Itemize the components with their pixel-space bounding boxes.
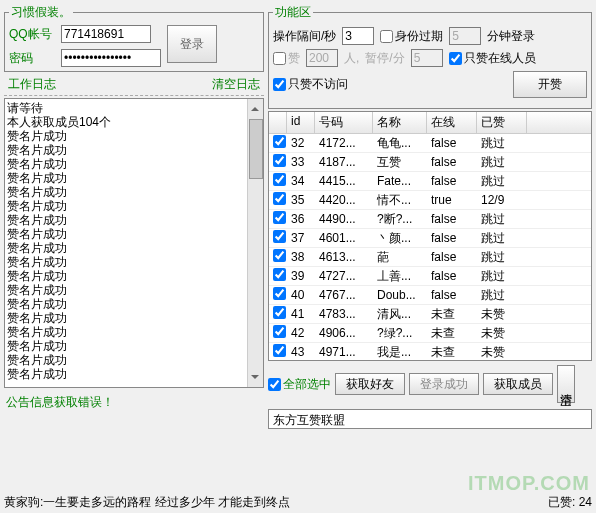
cell-name: 丄善...: [373, 268, 427, 285]
only-online-checkbox[interactable]: [449, 52, 462, 65]
member-table: id 号码 名称 在线 已赞 324172...龟龟...false跳过3341…: [268, 111, 592, 361]
cell-liked: 跳过: [477, 230, 527, 247]
th-online[interactable]: 在线: [427, 112, 477, 133]
row-checkbox[interactable]: [273, 192, 286, 205]
function-fieldset: 功能区 操作隔间/秒 身份过期 分钟登录 赞 人, 暂停/分 只赞在线人员 只赞…: [268, 4, 592, 109]
cell-id: 33: [287, 155, 315, 169]
log-line: 赞名片成功: [7, 213, 261, 227]
cell-name: Fate...: [373, 174, 427, 188]
cell-online: 未查: [427, 325, 477, 342]
min-login-label: 分钟登录: [487, 28, 535, 45]
log-title: 工作日志: [8, 76, 56, 93]
clear-log-button[interactable]: 清空日志: [212, 76, 260, 93]
th-id[interactable]: id: [287, 112, 315, 133]
cell-num: 4415...: [315, 174, 373, 188]
table-row[interactable]: 384613...葩false跳过: [269, 248, 591, 267]
like-checkbox[interactable]: [273, 52, 286, 65]
table-row[interactable]: 374601...丶颜...false跳过: [269, 229, 591, 248]
log-line: 赞名片成功: [7, 157, 261, 171]
watermark: ITMOP.COM: [468, 472, 590, 495]
table-row[interactable]: 394727...丄善...false跳过: [269, 267, 591, 286]
cell-name: 清风...: [373, 306, 427, 323]
pw-label: 密码: [9, 50, 57, 67]
cell-liked: 未赞: [477, 325, 527, 342]
cell-online: false: [427, 269, 477, 283]
row-checkbox[interactable]: [273, 230, 286, 243]
row-checkbox[interactable]: [273, 173, 286, 186]
login-button[interactable]: 登录: [167, 25, 217, 63]
log-box: 请等待本人获取成员104个赞名片成功赞名片成功赞名片成功赞名片成功赞名片成功赞名…: [4, 98, 264, 388]
log-line: 赞名片成功: [7, 353, 261, 367]
select-all-label: 全部选中: [283, 376, 331, 393]
group-name-input[interactable]: 东方互赞联盟: [268, 409, 592, 429]
footer-liked: 已赞: 24: [548, 494, 592, 511]
cell-id: 42: [287, 326, 315, 340]
log-line: 赞名片成功: [7, 255, 261, 269]
like-count-input: [306, 49, 338, 67]
th-num[interactable]: 号码: [315, 112, 373, 133]
cell-name: 我是...: [373, 344, 427, 361]
cell-num: 4187...: [315, 155, 373, 169]
select-all-checkbox[interactable]: [268, 378, 281, 391]
log-line: 赞名片成功: [7, 199, 261, 213]
table-row[interactable]: 424906...?绿?...未查未赞: [269, 324, 591, 343]
row-checkbox[interactable]: [273, 325, 286, 338]
cell-num: 4783...: [315, 307, 373, 321]
cell-id: 37: [287, 231, 315, 245]
function-legend: 功能区: [273, 4, 313, 21]
row-checkbox[interactable]: [273, 135, 286, 148]
log-line: 赞名片成功: [7, 297, 261, 311]
row-checkbox[interactable]: [273, 154, 286, 167]
cell-id: 39: [287, 269, 315, 283]
log-line: 赞名片成功: [7, 325, 261, 339]
table-row[interactable]: 344415...Fate...false跳过: [269, 172, 591, 191]
row-checkbox[interactable]: [273, 268, 286, 281]
interval-input[interactable]: [342, 27, 374, 45]
row-checkbox[interactable]: [273, 211, 286, 224]
th-liked[interactable]: 已赞: [477, 112, 527, 133]
cell-num: 4613...: [315, 250, 373, 264]
cell-name: 龟龟...: [373, 135, 427, 152]
log-line: 赞名片成功: [7, 129, 261, 143]
log-line: 赞名片成功: [7, 185, 261, 199]
table-row[interactable]: 364490...?断?...false跳过: [269, 210, 591, 229]
table-row[interactable]: 414783...清风...未查未赞: [269, 305, 591, 324]
log-scrollbar[interactable]: [247, 99, 263, 387]
login-success-button[interactable]: 登录成功: [409, 373, 479, 395]
cell-name: ?绿?...: [373, 325, 427, 342]
only-like-checkbox[interactable]: [273, 78, 286, 91]
get-friends-button[interactable]: 获取好友: [335, 373, 405, 395]
qq-input[interactable]: [61, 25, 151, 43]
pw-input[interactable]: [61, 49, 161, 67]
log-line: 赞名片成功: [7, 227, 261, 241]
table-row[interactable]: 334187...互赞false跳过: [269, 153, 591, 172]
footer-quote: 黄家驹:一生要走多远的路程 经过多少年 才能走到终点: [4, 494, 290, 511]
table-row[interactable]: 324172...龟龟...false跳过: [269, 134, 591, 153]
table-row[interactable]: 404767...Doub...false跳过: [269, 286, 591, 305]
identity-input[interactable]: [449, 27, 481, 45]
table-header: id 号码 名称 在线 已赞: [269, 112, 591, 134]
cell-num: 4767...: [315, 288, 373, 302]
log-scroll-thumb[interactable]: [249, 119, 263, 179]
identity-expire-checkbox[interactable]: [380, 30, 393, 43]
cell-name: Doub...: [373, 288, 427, 302]
get-members-button[interactable]: 获取成员: [483, 373, 553, 395]
notice-text: 公告信息获取错误！: [4, 390, 264, 415]
pause-label: 暂停/分: [365, 50, 404, 67]
table-row[interactable]: 434971...我是...未查未赞: [269, 343, 591, 360]
clear-button[interactable]: 清空: [557, 365, 575, 403]
th-name[interactable]: 名称: [373, 112, 427, 133]
row-checkbox[interactable]: [273, 287, 286, 300]
cell-num: 4490...: [315, 212, 373, 226]
table-row[interactable]: 354420...情不...true12/9: [269, 191, 591, 210]
cell-liked: 12/9: [477, 193, 527, 207]
start-like-button[interactable]: 开赞: [513, 71, 587, 98]
login-fieldset: 习惯假装。 QQ帐号 密码 登录: [4, 4, 264, 72]
row-checkbox[interactable]: [273, 344, 286, 357]
cell-name: 葩: [373, 249, 427, 266]
cell-id: 41: [287, 307, 315, 321]
row-checkbox[interactable]: [273, 306, 286, 319]
row-checkbox[interactable]: [273, 249, 286, 262]
cell-online: false: [427, 288, 477, 302]
cell-liked: 跳过: [477, 211, 527, 228]
